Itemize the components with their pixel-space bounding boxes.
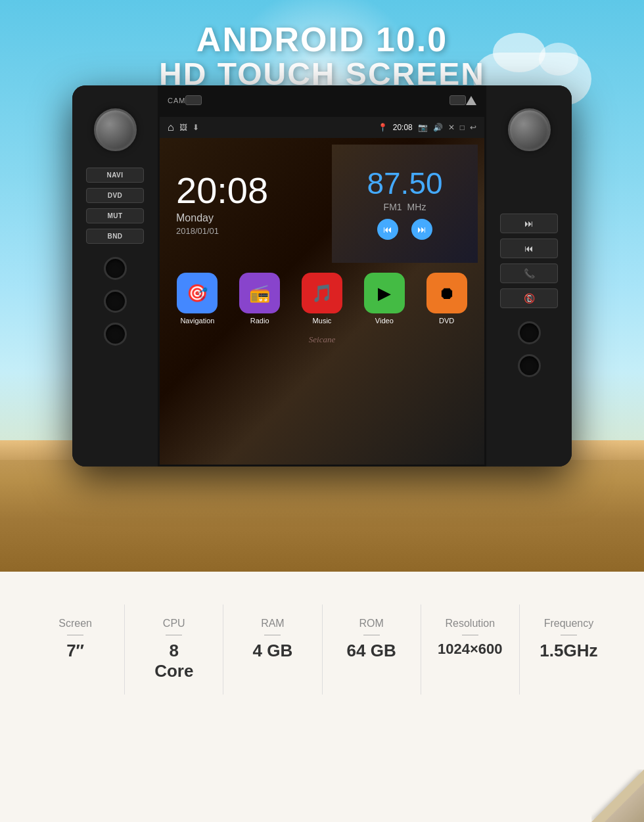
spec-cpu: CPU 8Core xyxy=(125,605,223,695)
left-holes xyxy=(104,257,127,346)
dvd-label: DVD xyxy=(439,317,454,325)
spec-divider-2 xyxy=(166,635,182,635)
app-radio[interactable]: 📻 Radio xyxy=(239,273,280,325)
outer-casing: NAVI DVD MUT BND ⏭ ⏮ 📞 📵 xyxy=(72,85,572,467)
left-panel: NAVI DVD MUT BND xyxy=(72,85,158,467)
mut-button[interactable]: MUT xyxy=(86,208,144,223)
screen-content: 20:08 Monday 2018/01/01 87.50 FM1 MHz xyxy=(160,138,484,465)
time-display: 20:08 Monday 2018/01/01 xyxy=(166,145,332,263)
hole-2 xyxy=(104,290,127,313)
music-label: Music xyxy=(313,317,332,325)
spec-divider-4 xyxy=(363,635,380,635)
right-holes xyxy=(518,321,541,377)
navigation-icon-box: 🎯 xyxy=(177,273,218,313)
right-panel: ⏭ ⏮ 📞 📵 xyxy=(486,85,572,467)
spec-frequency-value: 1.5GHz xyxy=(540,641,597,661)
location-icon: 📍 xyxy=(378,123,388,132)
clock-display: 20:08 xyxy=(176,172,322,209)
spec-divider-3 xyxy=(264,635,281,635)
status-left: ⌂ 🖼 ⬇ xyxy=(168,122,199,133)
hole-r1 xyxy=(518,321,541,344)
app-video[interactable]: ▶ Video xyxy=(364,273,405,325)
android-screen[interactable]: ⌂ 🖼 ⬇ 📍 20:08 📷 🔊 ✕ □ ↩ xyxy=(158,115,486,467)
end-call-button[interactable]: 📵 xyxy=(500,288,558,308)
video-icon-box: ▶ xyxy=(364,273,405,313)
radio-band: FM1 xyxy=(384,202,402,212)
skip-forward-button[interactable]: ⏭ xyxy=(500,214,558,233)
hole-1 xyxy=(104,257,127,280)
app-icons-row: 🎯 Navigation 📻 Radio 🎵 Music xyxy=(166,266,478,331)
music-icon-box: 🎵 xyxy=(302,273,342,313)
spec-divider-1 xyxy=(67,635,83,635)
left-buttons: NAVI DVD MUT BND xyxy=(86,168,144,244)
app-music[interactable]: 🎵 Music xyxy=(302,273,342,325)
spec-ram-label: RAM xyxy=(261,618,285,629)
status-right: 📍 20:08 📷 🔊 ✕ □ ↩ xyxy=(378,123,476,132)
radio-label: Radio xyxy=(250,317,269,325)
radio-unit: MHz xyxy=(407,202,426,212)
left-knob[interactable] xyxy=(94,108,137,151)
right-buttons: ⏭ ⏮ 📞 📵 xyxy=(500,214,558,308)
spec-rom: ROM 64 GB xyxy=(323,605,421,695)
dvd-icon-box: ⏺ xyxy=(426,273,467,313)
dvd-button[interactable]: DVD xyxy=(86,188,144,203)
app-navigation[interactable]: 🎯 Navigation xyxy=(177,273,218,325)
window-icon: □ xyxy=(460,123,465,132)
screen-top: 20:08 Monday 2018/01/01 87.50 FM1 MHz xyxy=(166,145,478,263)
prev-station-button[interactable]: ⏮ xyxy=(377,219,398,240)
call-button[interactable]: 📞 xyxy=(500,263,558,283)
bnd-button[interactable]: BND xyxy=(86,229,144,244)
status-time: 20:08 xyxy=(393,123,413,132)
navigation-label: Navigation xyxy=(180,317,214,325)
spec-frequency: Frequency 1.5GHz xyxy=(520,605,618,695)
right-knob[interactable] xyxy=(508,108,551,151)
frequency-display: 87.50 xyxy=(367,168,442,198)
hero-title: ANDROID 10.0 HD TOUCH SCREEN xyxy=(0,20,644,92)
app-dvd[interactable]: ⏺ DVD xyxy=(426,273,467,325)
spec-cpu-value: 8Core xyxy=(154,641,193,681)
spec-rom-value: 64 GB xyxy=(347,641,396,661)
spec-ram: RAM 4 GB xyxy=(223,605,322,695)
specs-section: Screen 7″ CPU 8Core RAM 4 GB ROM 64 GB R… xyxy=(0,572,644,822)
hero-title-line1: ANDROID 10.0 xyxy=(0,20,644,59)
radio-display: 87.50 FM1 MHz ⏮ ⏭ xyxy=(332,145,478,263)
home-icon[interactable]: ⌂ xyxy=(168,122,174,133)
video-label: Video xyxy=(375,317,394,325)
radio-icon-box: 📻 xyxy=(239,273,280,313)
skip-back-button[interactable]: ⏮ xyxy=(500,239,558,258)
navi-button[interactable]: NAVI xyxy=(86,168,144,183)
spec-divider-5 xyxy=(462,635,478,635)
back-icon[interactable]: ↩ xyxy=(470,123,476,132)
spec-frequency-label: Frequency xyxy=(544,618,594,629)
center-area: CAM ⌂ 🖼 ⬇ xyxy=(158,85,486,467)
spec-resolution-label: Resolution xyxy=(445,618,495,629)
spec-rom-label: ROM xyxy=(359,618,383,629)
seicane-watermark: Seicane xyxy=(166,331,478,348)
top-button-1[interactable] xyxy=(185,95,202,105)
hero-section: ANDROID 10.0 HD TOUCH SCREEN NAVI DVD MU… xyxy=(0,0,644,572)
camera-icon: 📷 xyxy=(418,123,428,132)
spec-ram-value: 4 GB xyxy=(253,641,293,661)
spec-resolution: Resolution 1024×600 xyxy=(421,605,520,695)
date-display: 2018/01/01 xyxy=(176,226,322,236)
spec-screen: Screen 7″ xyxy=(26,605,125,695)
spec-screen-value: 7″ xyxy=(66,641,84,661)
volume-icon: 🔊 xyxy=(433,123,443,132)
close-icon: ✕ xyxy=(448,123,455,132)
hole-3 xyxy=(104,323,127,346)
status-bar: ⌂ 🖼 ⬇ 📍 20:08 📷 🔊 ✕ □ ↩ xyxy=(160,117,484,138)
gallery-icon: 🖼 xyxy=(179,123,187,132)
eject-button[interactable] xyxy=(466,96,476,105)
car-unit: NAVI DVD MUT BND ⏭ ⏮ 📞 📵 xyxy=(72,85,572,467)
day-display: Monday xyxy=(176,212,322,224)
download-icon: ⬇ xyxy=(193,123,199,132)
top-button-2[interactable] xyxy=(449,95,466,105)
spec-divider-6 xyxy=(561,635,577,635)
radio-info: FM1 MHz xyxy=(384,202,426,212)
top-bar: CAM xyxy=(158,85,486,115)
next-station-button[interactable]: ⏭ xyxy=(411,219,432,240)
paper-curl-decoration xyxy=(591,769,644,822)
specs-grid: Screen 7″ CPU 8Core RAM 4 GB ROM 64 GB R… xyxy=(26,605,618,695)
radio-controls: ⏮ ⏭ xyxy=(377,219,432,240)
spec-cpu-label: CPU xyxy=(163,618,185,629)
